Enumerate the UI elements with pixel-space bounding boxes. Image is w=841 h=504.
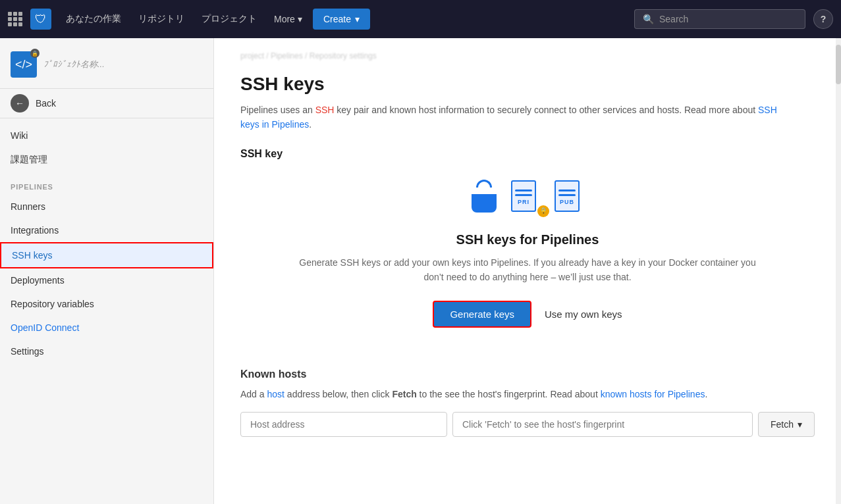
pri-doc-icon-box: PRI 🔒: [511, 180, 544, 212]
nav-more-button[interactable]: More ▾: [267, 10, 309, 28]
host-form: Fetch ▾: [240, 412, 815, 437]
nav-link-projects[interactable]: プロジェクト: [195, 9, 263, 29]
sidebar-item-settings[interactable]: Settings: [0, 340, 213, 363]
host-link[interactable]: host: [267, 389, 284, 399]
sidebar-item-ssh-keys[interactable]: SSH keys: [0, 242, 213, 268]
sidebar-item-deployments[interactable]: Deployments: [0, 268, 213, 292]
pri-paper: PRI: [511, 180, 536, 212]
app-logo: 🛡: [30, 9, 51, 30]
sidebar-item-issues[interactable]: 課題管理: [0, 147, 213, 172]
help-button[interactable]: ?: [813, 9, 833, 29]
sidebar-item-openid-connect[interactable]: OpenID Connect: [0, 316, 213, 340]
use-own-keys-button[interactable]: Use my own keys: [545, 309, 622, 320]
page-layout: </> 🔒 ﾌﾟﾛｼﾞｪｸﾄ名称... ← Back Wiki 課題管理 PIP…: [0, 38, 841, 504]
sidebar-item-integrations[interactable]: Integrations: [0, 218, 213, 242]
bucket-handle: [476, 180, 492, 188]
ssh-keys-card: SSH keys for Pipelines Generate SSH keys…: [297, 226, 758, 347]
scroll-indicator: [836, 38, 841, 504]
back-button[interactable]: ← Back: [0, 88, 213, 118]
search-input[interactable]: [659, 14, 797, 24]
lock-badge: 🔒: [30, 49, 40, 58]
lock-icon: 🔒: [537, 205, 549, 217]
known-hosts-section: Known hosts Add a host address below, th…: [240, 368, 815, 437]
main-content: project / Pipelines / Repository setting…: [214, 38, 841, 504]
pub-doc-icon: PUB: [555, 180, 587, 212]
sidebar: </> 🔒 ﾌﾟﾛｼﾞｪｸﾄ名称... ← Back Wiki 課題管理 PIP…: [0, 38, 214, 504]
sidebar-project: </> 🔒 ﾌﾟﾛｼﾞｪｸﾄ名称...: [0, 45, 213, 88]
fetch-bold: Fetch: [392, 389, 416, 399]
intro-text: Pipelines uses an SSH key pair and known…: [240, 103, 780, 132]
pub-paper: PUB: [555, 180, 580, 212]
grid-icon[interactable]: [8, 12, 22, 26]
project-name: ﾌﾟﾛｼﾞｪｸﾄ名称...: [43, 59, 105, 70]
search-box[interactable]: 🔍: [634, 9, 805, 29]
generate-keys-button[interactable]: Generate keys: [433, 301, 531, 328]
host-address-input[interactable]: [240, 412, 447, 437]
sidebar-item-wiki[interactable]: Wiki: [0, 124, 213, 147]
project-icon: </> 🔒: [11, 51, 37, 78]
ssh-button-row: Generate keys Use my own keys: [297, 301, 758, 328]
ssh-card-title: SSH keys for Pipelines: [297, 232, 758, 247]
scroll-thumb[interactable]: [836, 45, 841, 84]
search-icon: 🔍: [643, 14, 654, 24]
ssh-key-section-title: SSH key: [240, 148, 815, 160]
breadcrumb: project / Pipelines / Repository setting…: [240, 51, 815, 61]
sidebar-section-pipelines: PIPELINES: [0, 172, 213, 195]
ssh-key-icons: PRI 🔒 PUB: [240, 180, 815, 213]
back-arrow-icon: ←: [11, 94, 29, 113]
known-hosts-title: Known hosts: [240, 368, 815, 380]
pub-doc-icon-box: PUB: [555, 180, 587, 212]
nav-link-your-work[interactable]: あなたの作業: [59, 9, 128, 29]
page-title: SSH keys: [240, 74, 815, 95]
known-hosts-description: Add a host address below, then click Fet…: [240, 387, 815, 401]
fetch-button[interactable]: Fetch ▾: [758, 412, 815, 437]
ssh-card-description: Generate SSH keys or add your own keys i…: [297, 255, 758, 285]
bucket-icon: [468, 180, 501, 213]
known-hosts-link[interactable]: known hosts for Pipelines: [601, 389, 705, 399]
bucket-body: [472, 194, 497, 213]
fingerprint-input[interactable]: [452, 412, 753, 437]
bucket-icon-box: [468, 180, 501, 213]
pri-doc-icon: PRI 🔒: [511, 180, 544, 212]
sidebar-item-runners[interactable]: Runners: [0, 195, 213, 218]
sidebar-item-repository-variables[interactable]: Repository variables: [0, 292, 213, 316]
top-navigation: 🛡 あなたの作業 リポジトリ プロジェクト More ▾ Create ▾ 🔍 …: [0, 0, 841, 38]
create-button[interactable]: Create ▾: [313, 9, 370, 30]
nav-right: 🔍 ?: [634, 9, 833, 29]
ssh-highlight: SSH: [315, 105, 335, 115]
nav-links: あなたの作業 リポジトリ プロジェクト More ▾ Create ▾: [59, 9, 626, 30]
nav-link-repositories[interactable]: リポジトリ: [132, 9, 191, 29]
